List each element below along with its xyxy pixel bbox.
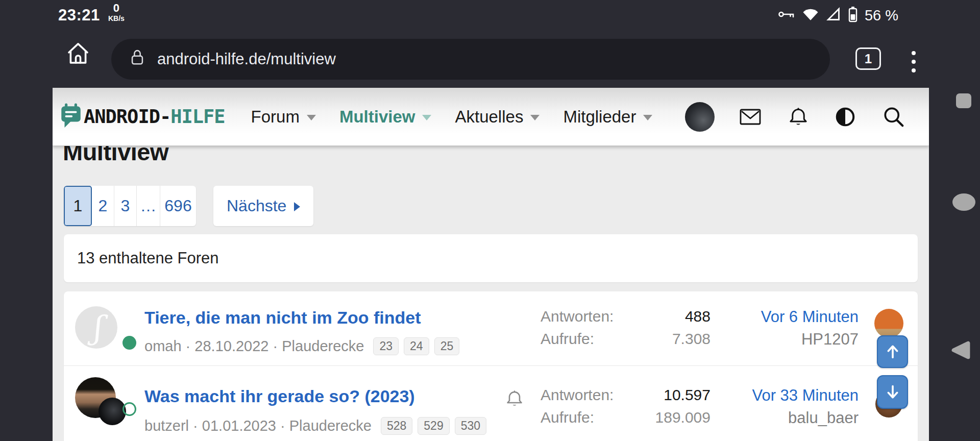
page-button-current[interactable]: 1: [64, 186, 92, 226]
nav-item-multiview[interactable]: Multiview: [328, 88, 444, 146]
thread-title-link[interactable]: Was macht ihr gerade so? (2023): [144, 386, 415, 406]
nav-item-forum[interactable]: Forum: [239, 88, 328, 146]
main-nav: Forum Multiview Aktuelles Mitglieder: [239, 88, 665, 146]
views-count: 7.308: [672, 330, 710, 348]
browser-menu-button[interactable]: [910, 49, 918, 75]
last-poster-avatar[interactable]: [874, 309, 903, 338]
arrow-down-icon: [883, 381, 903, 403]
vpn-key-icon: [778, 8, 795, 23]
thread-page-badges: 528 529 530: [381, 417, 486, 435]
browser-toolbar: android-hilfe.de/multiview 1: [0, 31, 980, 88]
thread-list: ʃ Tiere, die man nicht im Zoo findet oma…: [64, 291, 918, 441]
cell-signal-icon: [826, 7, 841, 23]
page-badge[interactable]: 529: [418, 417, 449, 435]
thread-stats: Antworten:10.597 Aufrufe:189.009: [541, 386, 710, 431]
thread-page-badges: 23 24 25: [373, 337, 459, 355]
thread-author-avatar[interactable]: ʃ: [75, 306, 117, 349]
site-header: ANDROID-HILFE Forum Multiview Aktuelles …: [53, 88, 929, 146]
thread-last-activity: Vor 33 Minuten balu_baer: [743, 386, 859, 427]
forums-count-card: 13 enthaltene Foren: [64, 234, 918, 282]
last-post-time-link[interactable]: Vor 6 Minuten: [743, 308, 859, 330]
home-button[interactable]: [952, 193, 975, 211]
thread-row[interactable]: Was macht ihr gerade so? (2023) butzerl …: [64, 366, 918, 441]
page-ellipsis: …: [137, 186, 160, 226]
unread-dot-icon: [122, 336, 136, 350]
page-badge[interactable]: 528: [381, 417, 412, 435]
web-content: ANDROID-HILFE Forum Multiview Aktuelles …: [53, 88, 929, 441]
views-count: 189.009: [655, 409, 710, 426]
page-badge[interactable]: 24: [404, 337, 429, 355]
thread-meta: omah · 28.10.2022 · Plauderecke 23 24 25: [144, 337, 459, 355]
last-post-user[interactable]: balu_baer: [743, 409, 859, 427]
lock-icon[interactable]: [129, 47, 146, 71]
pagination-pages: 1 2 3 … 696: [64, 186, 196, 226]
page-badge[interactable]: 23: [373, 337, 399, 355]
thread-stats: Antworten:488 Aufrufe:7.308: [541, 308, 710, 353]
last-post-time-link[interactable]: Vor 33 Minuten: [743, 386, 859, 409]
triangle-right-icon: [294, 202, 300, 211]
replies-count: 10.597: [664, 386, 710, 404]
scroll-to-top-button[interactable]: [877, 335, 908, 368]
read-circle-icon: [122, 402, 136, 416]
page-badge[interactable]: 25: [434, 337, 460, 355]
watched-bell-icon: [506, 389, 523, 410]
arrow-up-icon: [883, 341, 903, 362]
recents-button[interactable]: [956, 93, 971, 108]
back-button[interactable]: [948, 340, 973, 362]
contrast-icon[interactable]: [835, 107, 855, 127]
address-bar[interactable]: android-hilfe.de/multiview: [111, 39, 830, 80]
page-badge[interactable]: 530: [455, 417, 486, 435]
wifi-icon: [801, 7, 820, 23]
last-post-user[interactable]: HP1207: [743, 330, 859, 349]
thread-last-activity: Vor 6 Minuten HP1207: [743, 308, 859, 349]
home-icon[interactable]: [64, 40, 92, 67]
nav-item-aktuelles[interactable]: Aktuelles: [443, 88, 551, 146]
nav-item-mitglieder[interactable]: Mitglieder: [551, 88, 664, 146]
user-avatar[interactable]: [685, 102, 715, 132]
chevron-down-icon: [422, 115, 431, 120]
site-logo-text: ANDROID-HILFE: [84, 106, 225, 128]
chevron-down-icon: [530, 115, 540, 120]
thread-row[interactable]: ʃ Tiere, die man nicht im Zoo findet oma…: [64, 291, 918, 365]
site-logo[interactable]: ANDROID-HILFE: [60, 103, 225, 131]
pagination: 1 2 3 … 696 Nächste: [64, 186, 313, 226]
chevron-down-icon: [643, 115, 652, 120]
bell-icon[interactable]: [789, 106, 807, 128]
clock: 23:21: [58, 6, 100, 24]
thread-secondary-avatar[interactable]: [99, 398, 126, 425]
thread-title-link[interactable]: Tiere, die man nicht im Zoo findet: [144, 308, 421, 328]
header-actions: [685, 102, 904, 132]
battery-icon: [847, 6, 859, 25]
search-icon[interactable]: [883, 106, 904, 128]
section-header: 13 enthaltene Foren: [77, 249, 219, 267]
thread-meta: butzerl · 01.01.2023 · Plauderecke 528 5…: [144, 417, 486, 435]
mail-icon[interactable]: [739, 108, 762, 126]
replies-count: 488: [685, 308, 710, 325]
status-bar: 23:21 0 KB/s 56 %: [0, 0, 980, 31]
tab-switcher-button[interactable]: 1: [855, 47, 881, 70]
android-robot-icon: [60, 103, 82, 131]
battery-percent: 56 %: [865, 7, 898, 24]
page-button[interactable]: 3: [114, 186, 137, 226]
page-button-last[interactable]: 696: [160, 186, 196, 226]
url-text[interactable]: android-hilfe.de/multiview: [157, 50, 336, 68]
scroll-to-bottom-button[interactable]: [877, 375, 908, 409]
chevron-down-icon: [307, 115, 316, 120]
page-button[interactable]: 2: [92, 186, 114, 226]
network-speed: 0 KB/s: [108, 3, 125, 22]
next-page-button[interactable]: Nächste: [213, 186, 313, 226]
